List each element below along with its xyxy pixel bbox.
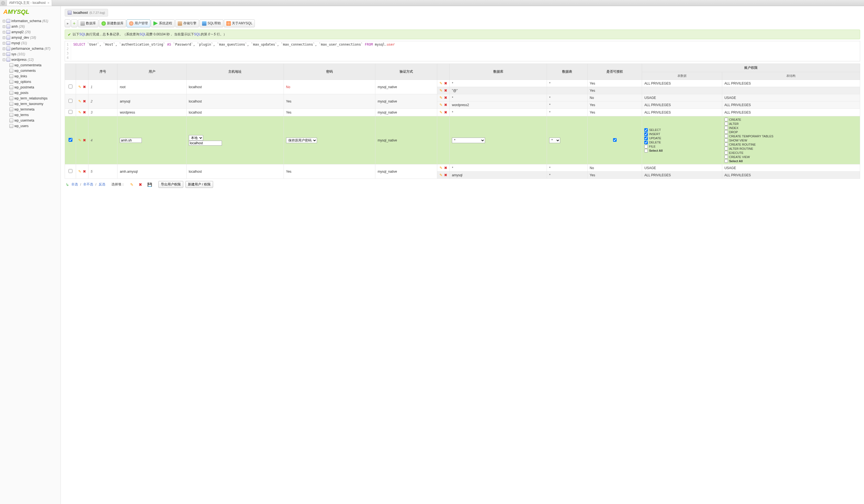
tree-table-item[interactable]: wp_comments	[9, 68, 58, 73]
priv-checkbox[interactable]	[724, 139, 728, 142]
priv-checkbox[interactable]	[644, 141, 648, 144]
close-icon[interactable]: ✕	[47, 1, 49, 4]
invert-link[interactable]: 反选	[99, 182, 105, 187]
tree-db-item[interactable]: +information_schema (61)	[2, 18, 58, 24]
edit-icon[interactable]: ✎	[440, 166, 443, 170]
grant-checkbox[interactable]	[613, 138, 617, 142]
edit-icon[interactable]: ✎	[78, 99, 81, 103]
tree-db-item[interactable]: +mysql (31)	[2, 40, 58, 46]
col-priv[interactable]: 账户权限	[642, 64, 860, 72]
edit-icon[interactable]: ✎	[130, 182, 133, 187]
priv-checkbox[interactable]	[724, 147, 728, 150]
priv-checkbox[interactable]	[724, 155, 728, 159]
tree-table-item[interactable]: wp_options	[9, 79, 58, 85]
delete-icon[interactable]: ✖	[444, 96, 447, 100]
table-select[interactable]: *	[549, 137, 560, 143]
host-type-select[interactable]: 本地	[189, 135, 203, 141]
edit-icon[interactable]: ✎	[78, 138, 81, 142]
tree-toggle-icon[interactable]: +	[3, 20, 5, 22]
priv-checkbox[interactable]	[724, 118, 728, 121]
new-user-button[interactable]: 新建用户 / 权限	[185, 181, 213, 188]
row-checkbox[interactable]	[69, 169, 72, 173]
tree-table-item[interactable]: wp_posts	[9, 90, 58, 96]
col-seq[interactable]: 序号	[88, 64, 118, 80]
edit-icon[interactable]: ✎	[78, 169, 81, 173]
toolbar-sql-help[interactable]: SQL帮助	[200, 19, 223, 27]
tree-db-item[interactable]: +amysql_dev (18)	[2, 35, 58, 40]
priv-checkbox[interactable]	[644, 128, 648, 132]
priv-checkbox[interactable]	[644, 132, 648, 136]
tree-db-item[interactable]: +sys (101)	[2, 51, 58, 57]
edit-icon[interactable]: ✎	[440, 88, 443, 93]
priv-checkbox[interactable]	[724, 122, 728, 125]
add-button[interactable]: +	[71, 19, 77, 27]
delete-icon[interactable]: ✖	[83, 110, 86, 115]
tree-table-item[interactable]: wp_termmeta	[9, 107, 58, 112]
col-priv-data[interactable]: 表数据	[642, 72, 722, 80]
tree-toggle-icon[interactable]: +	[3, 31, 5, 34]
priv-checkbox[interactable]	[644, 149, 648, 153]
priv-checkbox[interactable]	[724, 126, 728, 130]
delete-icon[interactable]: ✖	[444, 88, 447, 93]
toolbar-user-management[interactable]: 用户管理	[127, 19, 151, 27]
tree-toggle-icon[interactable]: +	[3, 36, 5, 39]
delete-icon[interactable]: ✖	[83, 169, 86, 173]
edit-icon[interactable]: ✎	[440, 96, 443, 100]
tree-table-item[interactable]: wp_term_taxonomy	[9, 101, 58, 107]
tree-toggle-icon[interactable]: −	[3, 59, 5, 61]
browser-tab[interactable]: AMYSQL主页 - localhost ✕	[7, 0, 52, 6]
toolbar-processes[interactable]: 系统进程	[151, 19, 175, 27]
delete-icon[interactable]: ✖	[444, 110, 447, 115]
delete-icon[interactable]: ✖	[444, 81, 447, 85]
tree-db-item[interactable]: +amh (26)	[2, 24, 58, 29]
delete-icon[interactable]: ✖	[83, 138, 86, 142]
save-icon[interactable]: 💾	[147, 182, 152, 187]
priv-checkbox[interactable]	[644, 136, 648, 140]
edit-icon[interactable]: ✎	[78, 110, 81, 115]
select-all-link[interactable]: 全选	[71, 182, 78, 187]
tree-toggle-icon[interactable]: +	[3, 53, 5, 56]
delete-icon[interactable]: ✖	[444, 166, 447, 170]
edit-icon[interactable]: ✎	[440, 81, 443, 85]
toolbar-new-database[interactable]: 新建数据库	[99, 19, 126, 27]
edit-icon[interactable]: ✎	[440, 103, 443, 107]
col-tables[interactable]: 数据表	[547, 64, 587, 80]
tree-table-item[interactable]: wp_commentmeta	[9, 62, 58, 68]
export-button[interactable]: 导出用户权限	[158, 181, 183, 188]
tree-toggle-icon[interactable]: +	[3, 25, 5, 28]
edit-icon[interactable]: ✎	[440, 110, 443, 115]
row-checkbox[interactable]	[69, 110, 72, 114]
tree-table-item[interactable]: wp_term_relationships	[9, 96, 58, 101]
tree-table-item[interactable]: wp_terms	[9, 112, 58, 118]
col-user[interactable]: 用户	[118, 64, 186, 80]
toolbar-databases[interactable]: 数据库	[78, 19, 98, 27]
tree-table-item[interactable]: wp_users	[9, 123, 58, 129]
toolbar-engines[interactable]: 存储引擎	[175, 19, 199, 27]
row-checkbox[interactable]	[69, 138, 72, 142]
db-select[interactable]: *	[452, 137, 485, 143]
delete-icon[interactable]: ✖	[83, 85, 86, 89]
tree-db-item[interactable]: −wordpress (12)	[2, 57, 58, 62]
tree-toggle-icon[interactable]: +	[3, 48, 5, 50]
tree-table-item[interactable]: wp_links	[9, 73, 58, 79]
priv-checkbox[interactable]	[724, 130, 728, 134]
password-select[interactable]: 保持原用户密码	[286, 137, 317, 143]
delete-icon[interactable]: ✖	[444, 173, 447, 177]
row-checkbox[interactable]	[69, 99, 72, 103]
tree-table-item[interactable]: wp_postmeta	[9, 85, 58, 90]
delete-icon[interactable]: ✖	[444, 103, 447, 107]
select-none-link[interactable]: 全不选	[83, 182, 93, 187]
window-control-icon[interactable]	[1, 1, 5, 5]
col-password[interactable]: 密码	[284, 64, 375, 80]
col-auth[interactable]: 验证方式	[375, 64, 437, 80]
priv-checkbox[interactable]	[724, 134, 728, 138]
col-priv-struct[interactable]: 表结构	[722, 72, 860, 80]
delete-icon[interactable]: ✖	[139, 182, 142, 187]
priv-checkbox[interactable]	[724, 143, 728, 146]
tree-table-item[interactable]: wp_usermeta	[9, 118, 58, 123]
user-input[interactable]	[120, 138, 142, 143]
toolbar-about[interactable]: 关于AMYSQL	[224, 19, 255, 27]
tree-db-item[interactable]: +performance_schema (87)	[2, 46, 58, 51]
delete-icon[interactable]: ✖	[83, 99, 86, 103]
col-db[interactable]: 数据库	[450, 64, 547, 80]
